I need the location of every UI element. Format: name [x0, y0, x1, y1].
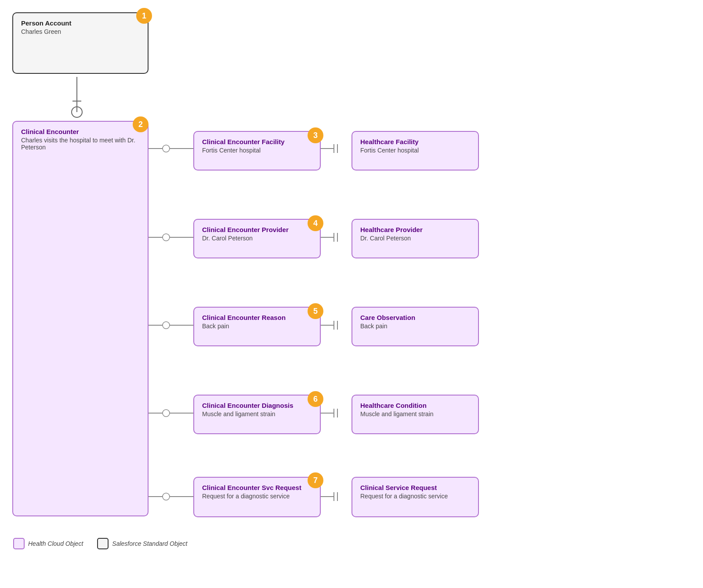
svg-point-25 — [163, 322, 170, 329]
person-account-node: Person Account Charles Green — [12, 12, 149, 74]
healthcare-provider-title: Healthcare Provider — [360, 226, 470, 233]
encounter-reason-node: Clinical Encounter Reason Back pain — [193, 307, 321, 346]
legend-health-label: Health Cloud Object — [28, 540, 83, 547]
clinical-service-request-node: Clinical Service Request Request for a d… — [352, 477, 479, 517]
svg-point-15 — [163, 234, 170, 241]
encounter-svc-request-title: Clinical Encounter Svc Request — [202, 484, 312, 491]
clinical-service-request-title: Clinical Service Request — [360, 484, 470, 491]
healthcare-condition-title: Healthcare Condition — [360, 402, 470, 409]
encounter-reason-subtitle: Back pain — [202, 323, 312, 330]
encounter-provider-node: Clinical Encounter Provider Dr. Carol Pe… — [193, 219, 321, 258]
encounter-diagnosis-subtitle: Muscle and ligament strain — [202, 410, 312, 417]
person-account-title: Person Account — [21, 19, 140, 27]
svg-point-5 — [163, 145, 170, 152]
clinical-encounter-title: Clinical Encounter — [21, 128, 140, 135]
diagram-container: Person Account Charles Green 1 Clinical … — [0, 0, 703, 563]
badge-4: 4 — [308, 215, 323, 231]
healthcare-facility-subtitle: Fortis Center hospital — [360, 147, 470, 154]
healthcare-facility-title: Healthcare Facility — [360, 138, 470, 145]
badge-1: 1 — [136, 8, 152, 24]
encounter-provider-subtitle: Dr. Carol Peterson — [202, 235, 312, 242]
legend-health-box — [13, 538, 25, 549]
healthcare-facility-node: Healthcare Facility Fortis Center hospit… — [352, 131, 479, 171]
healthcare-condition-subtitle: Muscle and ligament strain — [360, 410, 470, 417]
encounter-svc-request-subtitle: Request for a diagnostic service — [202, 493, 312, 500]
badge-5: 5 — [308, 303, 323, 319]
care-observation-title: Care Observation — [360, 314, 470, 321]
badge-3: 3 — [308, 127, 323, 143]
care-observation-node: Care Observation Back pain — [352, 307, 479, 346]
badge-6: 6 — [308, 391, 323, 407]
encounter-provider-title: Clinical Encounter Provider — [202, 226, 312, 233]
legend-standard-label: Salesforce Standard Object — [112, 540, 187, 547]
encounter-diagnosis-title: Clinical Encounter Diagnosis — [202, 402, 312, 409]
clinical-encounter-subtitle: Charles visits the hospital to meet with… — [21, 137, 140, 151]
encounter-reason-title: Clinical Encounter Reason — [202, 314, 312, 321]
svg-point-45 — [163, 493, 170, 500]
svg-point-35 — [163, 410, 170, 417]
legend-standard: Salesforce Standard Object — [97, 538, 187, 549]
encounter-facility-title: Clinical Encounter Facility — [202, 138, 312, 145]
encounter-facility-subtitle: Fortis Center hospital — [202, 147, 312, 154]
clinical-encounter-node: Clinical Encounter Charles visits the ho… — [12, 121, 149, 516]
legend-health: Health Cloud Object — [13, 538, 83, 549]
healthcare-provider-node: Healthcare Provider Dr. Carol Peterson — [352, 219, 479, 258]
encounter-svc-request-node: Clinical Encounter Svc Request Request f… — [193, 477, 321, 517]
encounter-diagnosis-node: Clinical Encounter Diagnosis Muscle and … — [193, 395, 321, 434]
legend-standard-box — [97, 538, 109, 549]
badge-7: 7 — [308, 472, 323, 488]
clinical-service-request-subtitle: Request for a diagnostic service — [360, 493, 470, 500]
healthcare-condition-node: Healthcare Condition Muscle and ligament… — [352, 395, 479, 434]
svg-point-2 — [72, 107, 82, 117]
person-account-subtitle: Charles Green — [21, 28, 140, 35]
encounter-facility-node: Clinical Encounter Facility Fortis Cente… — [193, 131, 321, 171]
care-observation-subtitle: Back pain — [360, 323, 470, 330]
badge-2: 2 — [133, 116, 149, 132]
legend: Health Cloud Object Salesforce Standard … — [13, 538, 188, 549]
healthcare-provider-subtitle: Dr. Carol Peterson — [360, 235, 470, 242]
